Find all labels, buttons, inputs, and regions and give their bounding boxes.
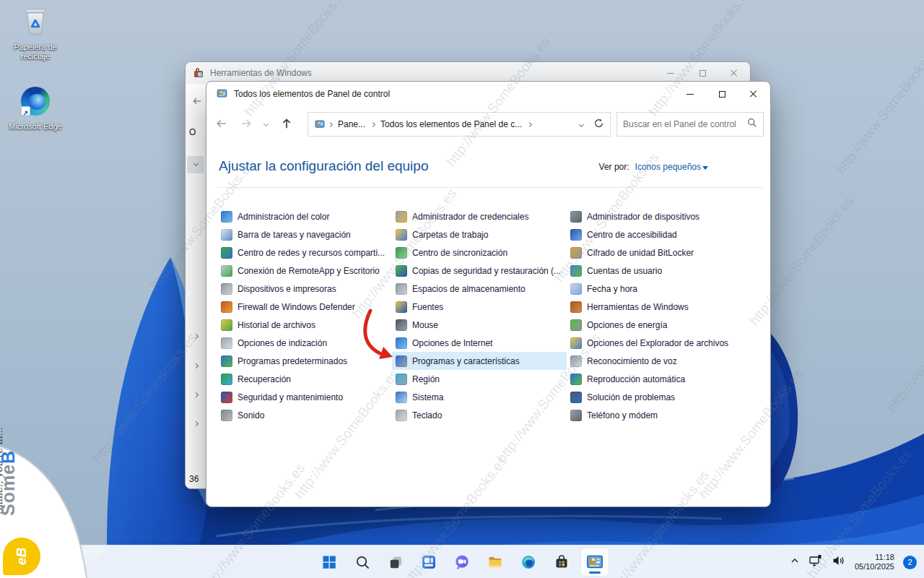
control-panel-item[interactable]: Administración del color xyxy=(217,207,392,225)
control-panel-item[interactable]: Recuperación xyxy=(217,370,392,388)
taskbar: 11:18 05/10/2025 2 xyxy=(0,545,924,578)
task-view-button[interactable] xyxy=(381,548,410,577)
edge-button[interactable] xyxy=(514,548,543,577)
shortcut-arrow-icon xyxy=(21,106,30,116)
back-icon[interactable] xyxy=(212,114,231,133)
tree-expander-icon[interactable] xyxy=(194,387,198,400)
control-panel-item[interactable]: Reproducción automática xyxy=(567,370,741,388)
control-panel-item[interactable]: Opciones del Explorador de archivos xyxy=(567,334,741,352)
control-panel-item[interactable]: Administrador de dispositivos xyxy=(567,207,741,225)
work-folders-icon xyxy=(396,229,407,241)
keyboard-icon xyxy=(396,410,407,421)
control-panel-item[interactable]: Conexión de RemoteApp y Escritorio xyxy=(217,262,392,280)
control-panel-item[interactable]: Barra de tareas y navegación xyxy=(217,225,392,243)
control-panel-item[interactable]: Centro de accesibilidad xyxy=(567,225,741,243)
control-panel-item[interactable]: Solución de problemas xyxy=(567,388,741,406)
recent-pages-chevron-icon[interactable] xyxy=(258,114,273,133)
control-panel-item[interactable]: Carpetas de trabajo xyxy=(392,225,567,243)
control-panel-item[interactable]: Copias de seguridad y restauración (... xyxy=(392,262,567,280)
refresh-icon[interactable] xyxy=(593,118,604,131)
speech-recognition-icon xyxy=(570,355,582,367)
item-column-1: Administración del color Barra de tareas… xyxy=(217,207,392,424)
date-and-time-icon xyxy=(570,283,582,295)
control-panel-item[interactable]: Seguridad y mantenimiento xyxy=(217,388,392,406)
back-icon[interactable] xyxy=(191,95,203,110)
control-panel-titlebar[interactable]: Todos los elementos de Panel de control xyxy=(206,82,770,105)
chevron-down-icon[interactable] xyxy=(187,156,204,173)
address-bar[interactable]: Pane... Todos los elementos de Panel de … xyxy=(308,112,611,137)
control-panel-item[interactable]: Opciones de Internet xyxy=(392,334,567,352)
maximize-button[interactable] xyxy=(706,82,738,105)
window-control-panel: Todos los elementos de Panel de control xyxy=(206,81,771,507)
view-by-dropdown[interactable]: Iconos pequeños xyxy=(635,162,708,172)
control-panel-item[interactable]: Mouse xyxy=(392,316,567,334)
windows-tools-icon xyxy=(570,301,582,313)
system-icon xyxy=(396,392,407,403)
breadcrumb-chevron-icon xyxy=(527,121,532,126)
control-panel-item[interactable]: Historial de archivos xyxy=(217,316,392,334)
control-panel-item[interactable]: Programas y características xyxy=(392,352,567,370)
file-explorer-button[interactable] xyxy=(481,548,510,577)
start-button[interactable] xyxy=(315,548,344,577)
control-panel-item[interactable]: Sonido xyxy=(217,406,392,424)
control-panel-item[interactable]: Cuentas de usuario xyxy=(567,262,741,280)
tray-chevron-up-icon[interactable] xyxy=(790,556,800,569)
control-panel-header: Ajustar la configuración del equipo Ver … xyxy=(206,142,770,187)
store-button[interactable] xyxy=(547,548,576,577)
control-panel-item[interactable]: Región xyxy=(392,370,567,388)
device-manager-icon xyxy=(570,211,582,223)
control-panel-item[interactable]: Opciones de indización xyxy=(217,334,392,352)
breadcrumb-chevron-icon xyxy=(328,121,333,126)
control-panel-item[interactable]: Firewall de Windows Defender xyxy=(217,298,392,316)
close-button[interactable] xyxy=(738,82,770,105)
internet-options-icon xyxy=(396,337,407,349)
window-title: Herramientas de Windows xyxy=(210,68,312,78)
chat-button[interactable] xyxy=(448,548,476,577)
control-panel-taskbar-button[interactable] xyxy=(580,548,609,577)
desktop: Papelera de reciclaje Microsoft Edge Her… xyxy=(0,0,924,578)
control-panel-item[interactable]: Fecha y hora xyxy=(567,280,741,298)
item-column-2: Administrador de credenciales Carpetas d… xyxy=(392,207,567,424)
minimize-button[interactable] xyxy=(674,82,706,105)
breadcrumb-chevron-icon xyxy=(370,121,375,126)
control-panel-item[interactable]: Sistema xyxy=(392,388,567,406)
search-input[interactable] xyxy=(623,119,747,129)
desktop-icon-microsoft-edge[interactable]: Microsoft Edge xyxy=(4,85,66,131)
control-panel-item[interactable]: Espacios de almacenamiento xyxy=(392,280,567,298)
windows-tools-window-icon xyxy=(193,67,204,79)
control-panel-item[interactable]: Fuentes xyxy=(392,298,567,316)
tree-expander-icon[interactable] xyxy=(194,328,198,341)
control-panel-item[interactable]: Reconocimiento de voz xyxy=(567,352,741,370)
volume-icon[interactable] xyxy=(832,554,846,570)
address-dropdown-icon[interactable] xyxy=(579,121,584,126)
control-panel-item[interactable]: Opciones de energía xyxy=(567,316,741,334)
control-panel-item[interactable]: Administrador de credenciales xyxy=(392,207,567,225)
tree-expander-icon[interactable] xyxy=(194,358,198,371)
sound-icon xyxy=(221,410,232,421)
tree-expander-icon[interactable] xyxy=(194,415,198,428)
search-icon[interactable] xyxy=(747,118,757,131)
search-box[interactable] xyxy=(616,112,764,137)
desktop-icon-recycle-bin[interactable]: Papelera de reciclaje xyxy=(4,6,66,61)
control-panel-item[interactable]: Herramientas de Windows xyxy=(567,298,741,316)
notification-badge[interactable]: 2 xyxy=(903,556,917,569)
recovery-icon xyxy=(221,374,232,385)
search-icon xyxy=(354,554,371,571)
control-panel-item[interactable]: Teléfono y módem xyxy=(567,406,741,424)
search-button[interactable] xyxy=(348,548,377,577)
network-icon[interactable] xyxy=(808,554,823,570)
up-icon[interactable] xyxy=(277,114,296,133)
clock[interactable]: 11:18 05/10/2025 xyxy=(855,553,894,571)
control-panel-item[interactable]: Cifrado de unidad BitLocker xyxy=(567,243,741,262)
control-panel-item[interactable]: Programas predeterminados xyxy=(217,352,392,370)
breadcrumb-root[interactable]: Pane... xyxy=(338,119,365,129)
control-panel-item[interactable]: Centro de redes y recursos comparti... xyxy=(217,243,392,262)
control-panel-item[interactable]: Centro de sincronización xyxy=(392,243,567,262)
control-panel-item[interactable]: Dispositivos e impresoras xyxy=(217,280,392,298)
breadcrumb-current[interactable]: Todos los elementos de Panel de c... xyxy=(380,119,522,129)
bitlocker-drive-encryption-icon xyxy=(570,247,582,259)
forward-icon[interactable] xyxy=(237,114,256,133)
control-panel-item[interactable]: Teclado xyxy=(392,406,567,424)
file-history-icon xyxy=(221,319,232,331)
widgets-button[interactable] xyxy=(414,548,443,577)
